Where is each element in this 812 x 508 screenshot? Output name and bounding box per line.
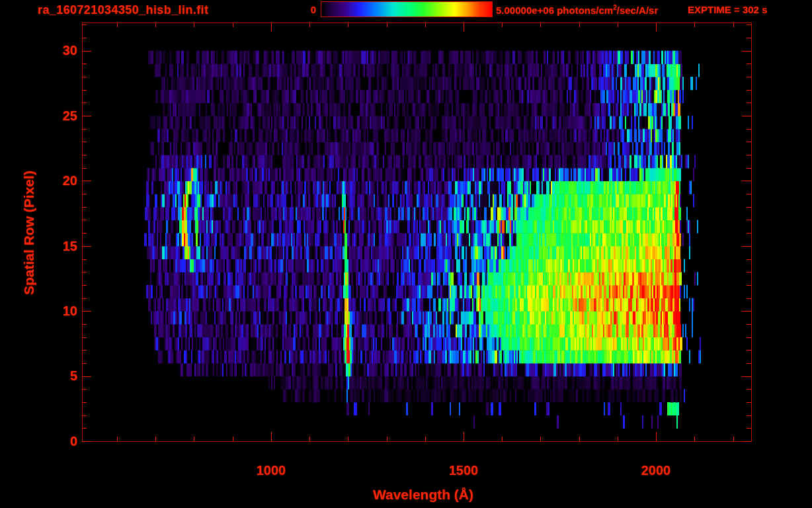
y-tick-label-25: 25	[50, 109, 77, 123]
colorbar-min-label: 0	[302, 4, 316, 15]
y-tick-label-10: 10	[50, 304, 77, 318]
y-tick-label-0: 0	[50, 435, 77, 448]
idl-spectrogram-window: ra_160721034350_hisb_lin.fit 0 5.00000e+…	[0, 0, 812, 508]
file-title: ra_160721034350_hisb_lin.fit	[38, 3, 208, 17]
x-tick-label-1500: 1500	[437, 463, 490, 478]
x-tick-label-1000: 1000	[245, 463, 298, 478]
y-axis-label: Spatial Row (Pixel)	[21, 171, 37, 295]
y-tick-label-30: 30	[50, 44, 77, 58]
colorbar-max-label: 5.00000e+06 photons/cm2/sec/A/sr	[496, 4, 658, 16]
x-axis-label: Wavelength (Å)	[317, 487, 529, 503]
colorbar-units-rest: /sec/A/sr	[617, 5, 659, 16]
y-tick-label-15: 15	[50, 239, 77, 253]
exptime-label: EXPTIME = 302 s	[688, 4, 767, 15]
y-tick-label-20: 20	[50, 174, 77, 188]
y-tick-label-5: 5	[50, 369, 77, 383]
colorbar-max-value: 5.00000e+06 photons/cm	[496, 5, 613, 16]
spectrogram-canvas	[0, 0, 812, 508]
x-tick-label-2000: 2000	[629, 463, 682, 478]
